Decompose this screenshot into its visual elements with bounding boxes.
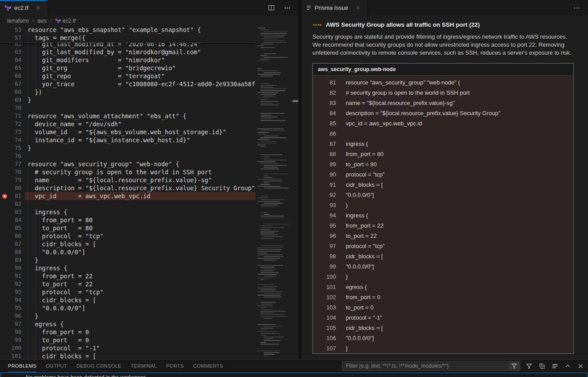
problems-content[interactable]: No problems have been detected in the wo… (0, 373, 588, 377)
gutter[interactable] (0, 272, 9, 280)
code-line-97[interactable]: 97 egress { (0, 320, 256, 328)
gutter[interactable] (0, 168, 9, 176)
gutter[interactable] (0, 344, 9, 352)
gutter[interactable] (0, 88, 9, 96)
code-line-72[interactable]: 72 device_name = "/dev/sdh" (0, 120, 256, 128)
code-line-78[interactable]: 78 # security group is open to the world… (0, 168, 256, 176)
panel-tab-ports[interactable]: PORTS (166, 360, 184, 372)
editor-scrollbar[interactable] (292, 26, 299, 359)
filter-funnel-icon[interactable] (509, 362, 520, 370)
tab-ec2-tf[interactable]: ec2.tf (0, 0, 47, 16)
code-line-57[interactable]: 57 tags = merge({ (0, 34, 256, 42)
code-line-64[interactable]: 64 git_modifiers = "nimrodkor" (0, 56, 256, 64)
code-line-92[interactable]: 92 to_port = 22 (0, 280, 256, 288)
code-line-67[interactable]: 67 yor_trace = "c1008080-ec2f-4512-a0d0-… (0, 80, 256, 88)
code-line-96[interactable]: 96 } (0, 312, 256, 320)
gutter[interactable] (0, 80, 9, 88)
breadcrumb-item-ec2-tf[interactable]: ec2.tf (63, 18, 76, 24)
gutter[interactable] (0, 176, 9, 184)
error-icon[interactable] (0, 192, 9, 200)
gutter[interactable] (0, 208, 9, 216)
gutter[interactable] (0, 352, 9, 359)
code-line-86[interactable]: 86 protocol = "tcp" (0, 232, 256, 240)
gutter[interactable] (0, 56, 9, 64)
code-line-69[interactable]: 69} (0, 96, 256, 104)
close-icon[interactable] (34, 4, 42, 12)
code-line-74[interactable]: 74 instance_id = "${aws_instance.web_hos… (0, 136, 256, 144)
code-line-79[interactable]: 79 name = "${local.resource_prefix.value… (0, 176, 256, 184)
code-line-90[interactable]: 90 ingress { (0, 264, 256, 272)
gutter[interactable] (0, 184, 9, 192)
split-editor-icon[interactable] (267, 4, 276, 12)
gutter[interactable] (0, 200, 9, 208)
maximize-panel-icon[interactable] (563, 361, 572, 370)
more-actions-icon[interactable] (283, 4, 292, 12)
panel-tab-comments[interactable]: COMMENTS (193, 360, 223, 372)
gutter[interactable] (0, 336, 9, 344)
gutter[interactable] (0, 120, 9, 128)
code-line-70[interactable]: 70 (0, 104, 256, 112)
breadcrumb-item-aws[interactable]: aws (37, 18, 47, 24)
filter-icon[interactable] (524, 361, 533, 370)
view-as-table-icon[interactable] (550, 361, 559, 370)
gutter[interactable] (0, 312, 9, 320)
gutter[interactable] (0, 304, 9, 312)
gutter[interactable] (0, 34, 9, 42)
panel-tab-terminal[interactable]: TERMINAL (131, 360, 157, 372)
gutter[interactable] (0, 144, 9, 152)
gutter[interactable] (0, 280, 9, 288)
code-line-87[interactable]: 87 cidr_blocks = [ (0, 240, 256, 248)
gutter[interactable] (0, 264, 9, 272)
gutter[interactable] (0, 320, 9, 328)
more-actions-icon[interactable] (572, 4, 581, 12)
problems-filter-input[interactable] (342, 363, 509, 369)
code-line-95[interactable]: 95 "0.0.0.0/0"] (0, 304, 256, 312)
gutter[interactable] (0, 104, 9, 112)
code-line-83[interactable]: 83 ingress { (0, 208, 256, 216)
code-line-82[interactable]: 82 (0, 200, 256, 208)
minimap[interactable] (256, 26, 292, 359)
gutter[interactable] (0, 160, 9, 168)
panel-tab-debug-console[interactable]: DEBUG CONSOLE (76, 360, 121, 372)
panel-tab-problems[interactable]: PROBLEMS (8, 360, 36, 372)
code-line-98[interactable]: 98 from_port = 0 (0, 328, 256, 336)
code-line-99[interactable]: 99 to_port = 0 (0, 336, 256, 344)
code-line-63[interactable]: 63 git_last_modified_by = "nimrodkor@gma… (0, 48, 256, 56)
gutter[interactable] (0, 112, 9, 120)
code-line-85[interactable]: 85 to_port = 80 (0, 224, 256, 232)
code-line-73[interactable]: 73 volume_id = "${aws_ebs_volume.web_hos… (0, 128, 256, 136)
close-icon[interactable] (354, 4, 362, 12)
code-line-81[interactable]: 81 vpc_id = aws_vpc.web_vpc.id (0, 192, 256, 200)
gutter[interactable] (0, 48, 9, 56)
panel-tab-output[interactable]: OUTPUT (46, 360, 67, 372)
code-editor[interactable]: 62 git_last_modified_at = "2020-06-16 14… (0, 26, 299, 359)
gutter[interactable] (0, 128, 9, 136)
code-line-94[interactable]: 94 cidr_blocks = [ (0, 296, 256, 304)
code-line-100[interactable]: 100 protocol = "-1" (0, 344, 256, 352)
gutter[interactable] (0, 288, 9, 296)
code-line-53[interactable]: 53resource "aws_ebs_snapshot" "example_s… (0, 26, 256, 34)
code-line-65[interactable]: 65 git_org = "bridgecrewio" (0, 64, 256, 72)
gutter[interactable] (0, 328, 9, 336)
gutter[interactable] (0, 248, 9, 256)
collapse-all-icon[interactable] (537, 361, 546, 370)
code-line-77[interactable]: 77resource "aws_security_group" "web-nod… (0, 160, 256, 168)
code-line-93[interactable]: 93 protocol = "tcp" (0, 288, 256, 296)
gutter[interactable] (0, 72, 9, 80)
gutter[interactable] (0, 296, 9, 304)
code-line-71[interactable]: 71resource "aws_volume_attachment" "ebs_… (0, 112, 256, 120)
code-line-76[interactable]: 76 (0, 152, 256, 160)
gutter[interactable] (0, 240, 9, 248)
gutter[interactable] (0, 224, 9, 232)
code-line-91[interactable]: 91 from_port = 22 (0, 272, 256, 280)
code-line-101[interactable]: 101 cidr_blocks = [ (0, 352, 256, 359)
code-line-88[interactable]: 88 "0.0.0.0/0"] (0, 248, 256, 256)
code-line-84[interactable]: 84 from_port = 80 (0, 216, 256, 224)
gutter[interactable] (0, 96, 9, 104)
gutter[interactable] (0, 136, 9, 144)
close-panel-icon[interactable] (576, 361, 585, 370)
gutter[interactable] (0, 256, 9, 264)
breadcrumb-item-terraform[interactable]: terraform (7, 18, 29, 24)
gutter[interactable] (0, 64, 9, 72)
tab-prisma-issue[interactable]: Prisma Issue (301, 0, 367, 16)
